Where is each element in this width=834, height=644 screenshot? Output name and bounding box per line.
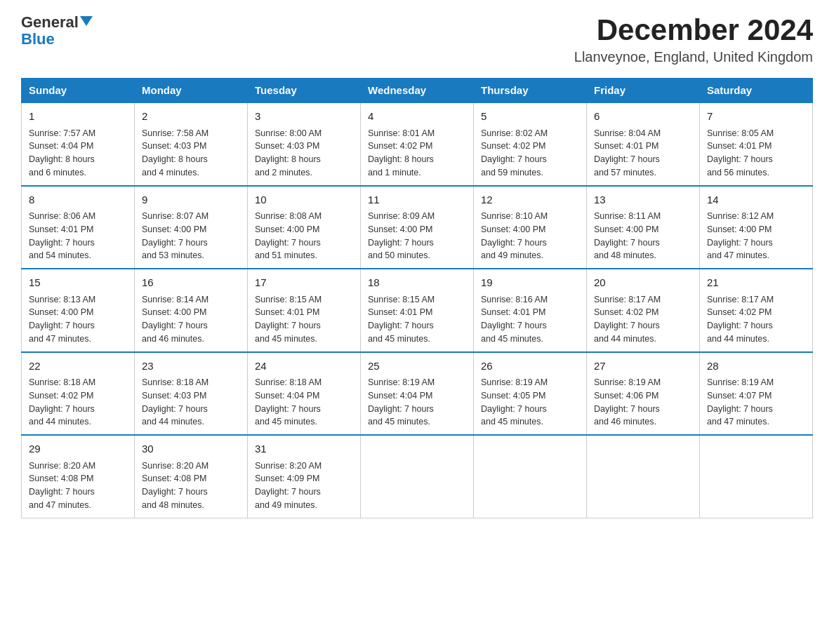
day-info: Sunrise: 8:18 AMSunset: 4:02 PMDaylight:… — [29, 376, 127, 429]
day-info: Sunrise: 8:18 AMSunset: 4:04 PMDaylight:… — [255, 376, 353, 429]
calendar-cell: 14Sunrise: 8:12 AMSunset: 4:00 PMDayligh… — [700, 186, 813, 269]
logo-general-text: General — [21, 14, 79, 31]
day-number: 23 — [142, 358, 240, 375]
day-number: 22 — [29, 358, 127, 375]
column-header-wednesday: Wednesday — [361, 79, 474, 103]
calendar-cell: 15Sunrise: 8:13 AMSunset: 4:00 PMDayligh… — [22, 269, 135, 352]
day-number: 1 — [29, 109, 127, 125]
day-number: 12 — [481, 192, 579, 208]
calendar-cell — [361, 435, 474, 518]
calendar-cell: 1Sunrise: 7:57 AMSunset: 4:04 PMDaylight… — [22, 102, 135, 186]
day-number: 26 — [481, 358, 579, 375]
calendar-cell: 7Sunrise: 8:05 AMSunset: 4:01 PMDaylight… — [700, 102, 813, 186]
calendar-cell: 29Sunrise: 8:20 AMSunset: 4:08 PMDayligh… — [22, 435, 135, 518]
calendar-week-row: 1Sunrise: 7:57 AMSunset: 4:04 PMDaylight… — [22, 102, 813, 186]
day-info: Sunrise: 7:58 AMSunset: 4:03 PMDaylight:… — [142, 127, 240, 180]
calendar-cell: 4Sunrise: 8:01 AMSunset: 4:02 PMDaylight… — [361, 102, 474, 186]
calendar-week-row: 22Sunrise: 8:18 AMSunset: 4:02 PMDayligh… — [22, 352, 813, 436]
day-info: Sunrise: 8:01 AMSunset: 4:02 PMDaylight:… — [368, 127, 466, 180]
day-info: Sunrise: 8:14 AMSunset: 4:00 PMDaylight:… — [142, 293, 240, 346]
day-number: 28 — [707, 358, 805, 375]
calendar-title: December 2024 — [574, 14, 813, 46]
calendar-cell: 23Sunrise: 8:18 AMSunset: 4:03 PMDayligh… — [135, 352, 248, 436]
calendar-cell: 8Sunrise: 8:06 AMSunset: 4:01 PMDaylight… — [22, 186, 135, 269]
day-number: 21 — [707, 275, 805, 291]
calendar-cell: 24Sunrise: 8:18 AMSunset: 4:04 PMDayligh… — [248, 352, 361, 436]
day-number: 17 — [255, 275, 353, 291]
day-info: Sunrise: 8:02 AMSunset: 4:02 PMDaylight:… — [481, 127, 579, 180]
day-number: 16 — [142, 275, 240, 291]
calendar-cell: 18Sunrise: 8:15 AMSunset: 4:01 PMDayligh… — [361, 269, 474, 352]
day-number: 7 — [707, 109, 805, 125]
calendar-week-row: 29Sunrise: 8:20 AMSunset: 4:08 PMDayligh… — [22, 435, 813, 518]
day-number: 24 — [255, 358, 353, 375]
logo: General Blue — [21, 14, 93, 48]
calendar-cell — [587, 435, 700, 518]
day-number: 27 — [594, 358, 692, 375]
day-info: Sunrise: 8:06 AMSunset: 4:01 PMDaylight:… — [29, 210, 127, 262]
calendar-cell: 20Sunrise: 8:17 AMSunset: 4:02 PMDayligh… — [587, 269, 700, 352]
day-info: Sunrise: 8:20 AMSunset: 4:08 PMDaylight:… — [29, 459, 127, 512]
day-info: Sunrise: 8:19 AMSunset: 4:05 PMDaylight:… — [481, 376, 579, 429]
column-header-sunday: Sunday — [22, 79, 135, 103]
day-number: 18 — [368, 275, 466, 291]
calendar-cell: 19Sunrise: 8:16 AMSunset: 4:01 PMDayligh… — [474, 269, 587, 352]
day-info: Sunrise: 8:09 AMSunset: 4:00 PMDaylight:… — [368, 210, 466, 262]
calendar-cell: 28Sunrise: 8:19 AMSunset: 4:07 PMDayligh… — [700, 352, 813, 436]
day-info: Sunrise: 7:57 AMSunset: 4:04 PMDaylight:… — [29, 127, 127, 180]
calendar-cell: 25Sunrise: 8:19 AMSunset: 4:04 PMDayligh… — [361, 352, 474, 436]
day-info: Sunrise: 8:19 AMSunset: 4:04 PMDaylight:… — [368, 376, 466, 429]
calendar-cell: 12Sunrise: 8:10 AMSunset: 4:00 PMDayligh… — [474, 186, 587, 269]
day-info: Sunrise: 8:19 AMSunset: 4:06 PMDaylight:… — [594, 376, 692, 429]
calendar-subtitle: Llanveynoe, England, United Kingdom — [574, 49, 813, 65]
calendar-cell: 21Sunrise: 8:17 AMSunset: 4:02 PMDayligh… — [700, 269, 813, 352]
calendar-week-row: 15Sunrise: 8:13 AMSunset: 4:00 PMDayligh… — [22, 269, 813, 352]
column-header-thursday: Thursday — [474, 79, 587, 103]
day-number: 3 — [255, 109, 353, 125]
calendar-cell — [700, 435, 813, 518]
calendar-cell: 2Sunrise: 7:58 AMSunset: 4:03 PMDaylight… — [135, 102, 248, 186]
day-info: Sunrise: 8:17 AMSunset: 4:02 PMDaylight:… — [707, 293, 805, 346]
day-info: Sunrise: 8:19 AMSunset: 4:07 PMDaylight:… — [707, 376, 805, 429]
day-number: 25 — [368, 358, 466, 375]
calendar-cell: 3Sunrise: 8:00 AMSunset: 4:03 PMDaylight… — [248, 102, 361, 186]
day-info: Sunrise: 8:16 AMSunset: 4:01 PMDaylight:… — [481, 293, 579, 346]
day-number: 14 — [707, 192, 805, 208]
day-info: Sunrise: 8:17 AMSunset: 4:02 PMDaylight:… — [594, 293, 692, 346]
day-info: Sunrise: 8:07 AMSunset: 4:00 PMDaylight:… — [142, 210, 240, 262]
day-number: 30 — [142, 441, 240, 457]
calendar-cell: 11Sunrise: 8:09 AMSunset: 4:00 PMDayligh… — [361, 186, 474, 269]
day-number: 10 — [255, 192, 353, 208]
calendar-cell: 26Sunrise: 8:19 AMSunset: 4:05 PMDayligh… — [474, 352, 587, 436]
calendar-cell: 17Sunrise: 8:15 AMSunset: 4:01 PMDayligh… — [248, 269, 361, 352]
page-header: General Blue December 2024 Llanveynoe, E… — [21, 14, 813, 65]
day-info: Sunrise: 8:12 AMSunset: 4:00 PMDaylight:… — [707, 210, 805, 262]
calendar-cell: 31Sunrise: 8:20 AMSunset: 4:09 PMDayligh… — [248, 435, 361, 518]
day-info: Sunrise: 8:10 AMSunset: 4:00 PMDaylight:… — [481, 210, 579, 262]
calendar-table: SundayMondayTuesdayWednesdayThursdayFrid… — [21, 78, 813, 518]
day-info: Sunrise: 8:13 AMSunset: 4:00 PMDaylight:… — [29, 293, 127, 346]
logo-blue-text: Blue — [21, 30, 55, 48]
calendar-header-row: SundayMondayTuesdayWednesdayThursdayFrid… — [22, 79, 813, 103]
day-info: Sunrise: 8:05 AMSunset: 4:01 PMDaylight:… — [707, 127, 805, 180]
calendar-cell: 27Sunrise: 8:19 AMSunset: 4:06 PMDayligh… — [587, 352, 700, 436]
calendar-cell: 9Sunrise: 8:07 AMSunset: 4:00 PMDaylight… — [135, 186, 248, 269]
day-number: 19 — [481, 275, 579, 291]
day-info: Sunrise: 8:00 AMSunset: 4:03 PMDaylight:… — [255, 127, 353, 180]
calendar-cell: 13Sunrise: 8:11 AMSunset: 4:00 PMDayligh… — [587, 186, 700, 269]
calendar-cell: 10Sunrise: 8:08 AMSunset: 4:00 PMDayligh… — [248, 186, 361, 269]
calendar-cell: 30Sunrise: 8:20 AMSunset: 4:08 PMDayligh… — [135, 435, 248, 518]
day-info: Sunrise: 8:18 AMSunset: 4:03 PMDaylight:… — [142, 376, 240, 429]
logo-triangle-icon — [80, 16, 93, 26]
day-number: 20 — [594, 275, 692, 291]
column-header-saturday: Saturday — [700, 79, 813, 103]
day-number: 11 — [368, 192, 466, 208]
column-header-monday: Monday — [135, 79, 248, 103]
day-number: 31 — [255, 441, 353, 457]
day-number: 4 — [368, 109, 466, 125]
day-number: 6 — [594, 109, 692, 125]
day-number: 8 — [29, 192, 127, 208]
calendar-cell: 22Sunrise: 8:18 AMSunset: 4:02 PMDayligh… — [22, 352, 135, 436]
day-info: Sunrise: 8:20 AMSunset: 4:08 PMDaylight:… — [142, 459, 240, 512]
calendar-cell — [474, 435, 587, 518]
